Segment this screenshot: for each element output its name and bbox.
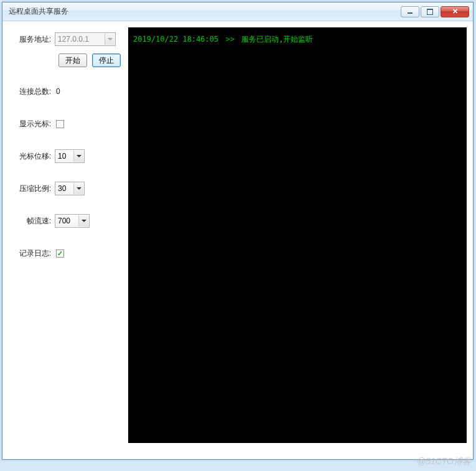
show-cursor-checkbox[interactable] [56,120,64,128]
minimize-button[interactable] [401,6,419,17]
row-compress: 压缩比例: 30 [9,182,122,195]
log-timestamp: 2019/10/22 18:46:05 [133,35,218,44]
log-line: 2019/10/22 18:46:05 >> 服务已启动,开始监听 [133,34,462,45]
log-console[interactable]: 2019/10/22 18:46:05 >> 服务已启动,开始监听 [128,27,467,443]
row-show-cursor: 显示光标: [9,117,122,131]
service-address-value: 127.0.0.1 [58,35,89,44]
fps-value: 700 [58,217,70,225]
window-title: 远程桌面共享服务 [9,6,401,17]
stop-button[interactable]: 停止 [92,54,121,67]
row-connection-total: 连接总数: 0 [9,85,122,98]
row-service-address: 服务地址: 127.0.0.1 [9,32,122,46]
close-button[interactable] [441,6,469,17]
cursor-offset-label: 光标位移: [9,151,55,162]
service-address-label: 服务地址: [9,34,55,45]
watermark: @51CTO博客 [417,456,471,467]
maximize-button[interactable] [421,6,439,17]
window-controls [401,6,469,17]
app-window: 远程桌面共享服务 服务地址: 127.0.0.1 开始 停止 连接总数: 0 [2,2,474,460]
log-separator: >> [226,35,235,44]
log-label: 记录日志: [9,248,55,259]
cursor-offset-value: 10 [58,152,66,161]
compress-combo[interactable]: 30 [55,182,85,195]
chevron-down-icon [73,151,83,162]
chevron-down-icon [105,34,114,45]
show-cursor-label: 显示光标: [9,119,55,129]
row-buttons: 开始 停止 [9,54,122,67]
row-cursor-offset: 光标位移: 10 [9,149,122,163]
row-fps: 帧流速: 700 [9,214,122,228]
compress-label: 压缩比例: [9,184,55,194]
console-panel: 2019/10/22 18:46:05 >> 服务已启动,开始监听 [128,27,467,453]
chevron-down-icon [78,215,88,226]
fps-combo[interactable]: 700 [55,214,90,228]
connection-total-label: 连接总数: [9,86,55,97]
start-button[interactable]: 开始 [58,54,87,67]
log-checkbox[interactable] [56,249,64,258]
connection-total-value: 0 [55,87,60,96]
row-log: 记录日志: [9,246,122,260]
titlebar[interactable]: 远程桌面共享服务 [2,2,473,21]
settings-panel: 服务地址: 127.0.0.1 开始 停止 连接总数: 0 显示光标: [9,27,126,453]
log-message: 服务已启动,开始监听 [241,35,313,44]
client-area: 服务地址: 127.0.0.1 开始 停止 连接总数: 0 显示光标: [2,21,473,459]
fps-label: 帧流速: [9,216,55,226]
cursor-offset-combo[interactable]: 10 [55,149,85,163]
compress-value: 30 [58,184,66,193]
service-address-combo[interactable]: 127.0.0.1 [55,32,116,46]
chevron-down-icon [73,183,83,194]
